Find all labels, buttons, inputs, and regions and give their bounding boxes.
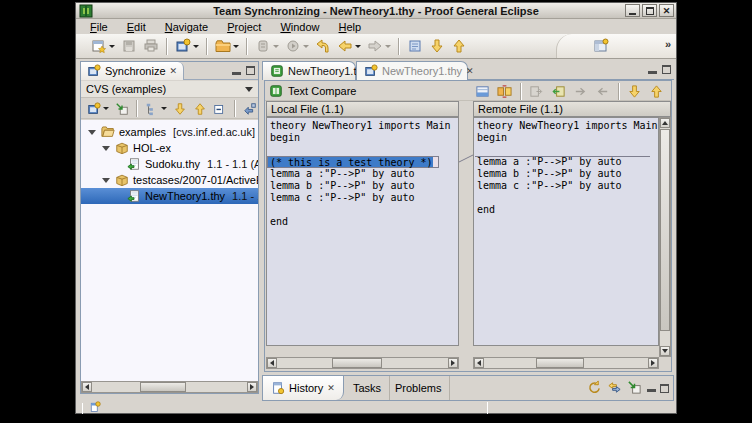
tab-history[interactable]: History ✕: [263, 376, 344, 400]
sync-scope-bar: CVS (examples): [81, 81, 258, 98]
tree-row-testcases[interactable]: testcases/2007-01/ActiveEditorV: [81, 172, 258, 188]
presentation-mode-button[interactable]: [145, 102, 167, 116]
menu-edit[interactable]: Edit: [127, 21, 146, 33]
scope-menu-icon[interactable]: [245, 87, 253, 92]
local-horizontal-scrollbar[interactable]: [266, 357, 459, 369]
menu-navigate[interactable]: Navigate: [165, 21, 208, 33]
copy-current-left-button[interactable]: [595, 84, 611, 100]
dropdown-icon: [103, 107, 109, 110]
save-button[interactable]: [121, 38, 137, 54]
swap-panes-button[interactable]: [497, 84, 513, 100]
scroll-down-button[interactable]: [660, 346, 670, 356]
tab-problems[interactable]: Problems: [387, 376, 450, 400]
scrollbar-thumb[interactable]: [332, 358, 382, 368]
expander-icon[interactable]: [102, 178, 110, 183]
new-wizard-button[interactable]: [91, 38, 115, 54]
collapse-all-button[interactable]: [213, 102, 227, 116]
expander-icon[interactable]: [88, 130, 96, 135]
maximize-icon: [646, 7, 654, 15]
fast-view-icon[interactable]: [89, 401, 103, 415]
compare-editor: Text Compare: [264, 80, 672, 372]
view-maximize-icon[interactable]: [246, 66, 255, 75]
pin-view-icon[interactable]: [627, 380, 643, 396]
sync-horizontal-scrollbar[interactable]: [81, 381, 258, 393]
next-difference-button[interactable]: [627, 84, 643, 100]
back-button[interactable]: [337, 38, 361, 54]
tree-row-examples[interactable]: examples [cvs.inf.ed.ac.uk]: [81, 124, 258, 140]
scroll-left-button[interactable]: [82, 382, 92, 392]
copy-right-disabled-icon: [529, 84, 545, 100]
pin-button[interactable]: [115, 102, 129, 116]
perspective-icon[interactable]: [593, 38, 609, 54]
scroll-right-button[interactable]: [648, 358, 658, 368]
ancestor-pane-button[interactable]: [475, 84, 491, 100]
tab-tasks[interactable]: Tasks: [345, 376, 390, 400]
copy-left-to-right-button[interactable]: [529, 84, 545, 100]
view-maximize-icon[interactable]: [660, 384, 669, 393]
tab-synchronize[interactable]: Synchronize ✕: [81, 62, 184, 80]
tree-row-newtheory1-selected[interactable]: NewTheory1.thy 1.1 - 1.1 (A: [81, 188, 258, 204]
forward-button[interactable]: [367, 38, 391, 54]
dropdown-icon: [109, 45, 115, 48]
highlighted-diff-line[interactable]: (* this is a test theory *): [267, 156, 439, 168]
scrollbar-thumb[interactable]: [536, 358, 584, 368]
editor-maximize-icon[interactable]: [662, 65, 671, 74]
refresh-icon[interactable]: [587, 380, 603, 396]
scroll-left-button[interactable]: [474, 358, 484, 368]
open-resource-button[interactable]: [215, 38, 239, 54]
arrow-down-icon: [429, 38, 445, 54]
scrollbar-thumb[interactable]: [140, 382, 186, 392]
view-minimize-icon[interactable]: [232, 72, 241, 75]
back-bent-arrow-icon: [315, 38, 331, 54]
theory-file-icon: [270, 64, 284, 78]
local-file-pane[interactable]: theory NewTheory1 imports Main begin (* …: [266, 117, 459, 346]
scrollbar-thumb[interactable]: [660, 129, 670, 331]
sync-mode-button[interactable]: [87, 102, 109, 116]
menu-help[interactable]: Help: [339, 21, 362, 33]
view-minimize-icon[interactable]: [647, 389, 656, 392]
sync-tree[interactable]: examples [cvs.inf.ed.ac.uk] HOL-ex Sudok…: [81, 120, 258, 381]
update-all-button[interactable]: [243, 102, 257, 116]
close-icon[interactable]: ✕: [327, 383, 335, 393]
code-line: [474, 192, 658, 204]
run-button[interactable]: [285, 38, 309, 54]
scroll-up-button[interactable]: [660, 118, 670, 128]
menu-project[interactable]: Project: [227, 21, 261, 33]
next-change-button[interactable]: [429, 38, 445, 54]
print-button[interactable]: [143, 38, 159, 54]
debug-button[interactable]: [255, 38, 279, 54]
previous-difference-button[interactable]: [193, 102, 207, 116]
remote-file-pane[interactable]: theory NewTheory1 imports Main begin lem…: [473, 117, 659, 346]
toolbar-overflow-chevron[interactable]: »: [665, 38, 671, 50]
previous-difference-button[interactable]: [649, 84, 665, 100]
editor-minimize-icon[interactable]: [648, 71, 657, 74]
menu-window[interactable]: Window: [280, 21, 319, 33]
synchronize-button[interactable]: [175, 38, 199, 54]
scroll-right-button[interactable]: [448, 358, 458, 368]
menu-file[interactable]: File: [90, 21, 108, 33]
tree-row-hol-ex[interactable]: HOL-ex: [81, 140, 258, 156]
maximize-button[interactable]: [642, 4, 657, 17]
last-edit-location-button[interactable]: [315, 38, 331, 54]
scroll-left-button[interactable]: [267, 358, 277, 368]
copy-current-right-button[interactable]: [573, 84, 589, 100]
tree-row-sudoku[interactable]: Sudoku.thy 1.1 - 1.1 (ASCII -: [81, 156, 258, 172]
copy-right-to-left-button[interactable]: [551, 84, 567, 100]
close-icon[interactable]: ✕: [170, 66, 178, 76]
next-difference-button[interactable]: [173, 102, 187, 116]
tab-newtheory1-editor[interactable]: NewTheory1.thy: [262, 61, 356, 80]
local-file-header: Local File (1.1): [266, 101, 459, 117]
close-button[interactable]: ✕: [659, 4, 674, 17]
minimize-button[interactable]: [625, 4, 640, 17]
sync-toolbar: [81, 99, 258, 119]
expander-icon[interactable]: [102, 146, 110, 151]
remote-horizontal-scrollbar[interactable]: [473, 357, 659, 369]
link-with-editor-icon[interactable]: [607, 380, 623, 396]
tab-newtheory1-compare-active[interactable]: NewTheory1.thy ✕: [356, 61, 468, 80]
scroll-right-button[interactable]: [247, 382, 257, 392]
previous-change-button[interactable]: [451, 38, 467, 54]
diff-insertion-line: [475, 156, 650, 157]
close-icon[interactable]: ✕: [466, 66, 474, 76]
link-with-editor-button[interactable]: [407, 38, 423, 54]
remote-vertical-scrollbar[interactable]: [659, 117, 671, 357]
